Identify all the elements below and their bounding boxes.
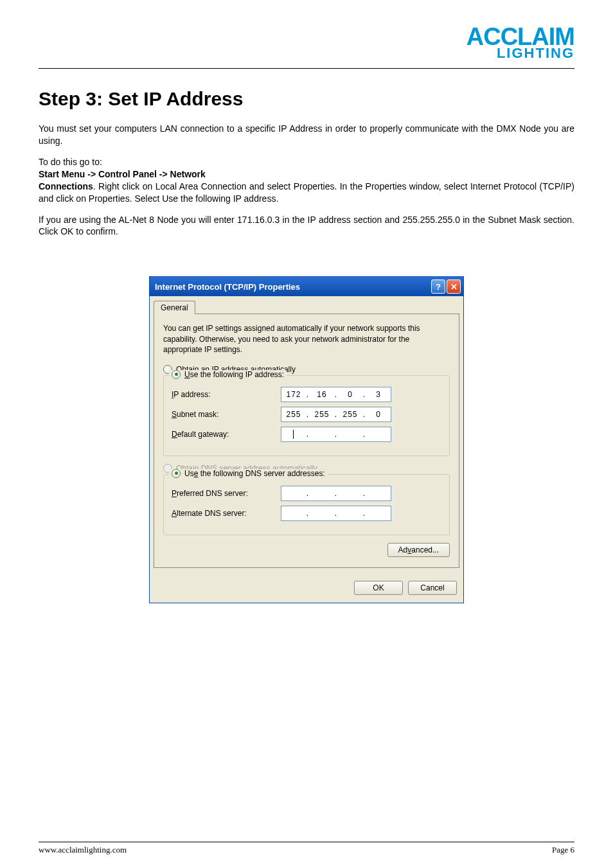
ok-button[interactable]: OK — [354, 581, 403, 595]
ip-address-group: Use the following IP address: IP address… — [163, 375, 450, 456]
radio-selected-icon[interactable] — [172, 370, 181, 379]
dot-icon: . — [306, 390, 310, 399]
ip-octet-3: 0 — [339, 390, 361, 399]
ip-octet-2: 16 — [311, 390, 333, 399]
dot-icon: . — [306, 489, 310, 498]
instructions-rest: . Right click on Local Area Connection a… — [39, 181, 574, 204]
dot-icon: . — [362, 509, 366, 518]
header-divider — [39, 68, 574, 69]
dot-icon: . — [306, 410, 310, 419]
cancel-button[interactable]: Cancel — [408, 581, 457, 595]
dialog-description: You can get IP settings assigned automat… — [163, 323, 450, 355]
gateway-octet-1 — [283, 429, 305, 439]
tcpip-properties-dialog: Internet Protocol (TCP/IP) Properties ? … — [149, 276, 464, 603]
radio-selected-icon[interactable] — [172, 469, 181, 478]
advanced-button[interactable]: Advanced... — [387, 543, 450, 557]
dot-icon: . — [362, 489, 366, 498]
intro-paragraph: You must set your computers LAN connecti… — [39, 123, 574, 147]
footer-page: Page 6 — [552, 845, 574, 855]
subnet-octet-4: 0 — [368, 410, 389, 419]
instructions-intro: To do this go to: — [39, 157, 102, 167]
close-button[interactable]: ✕ — [447, 279, 461, 294]
subnet-octet-2: 255 — [311, 410, 333, 419]
brand-logo: ACCLAIM LIGHTING — [39, 26, 574, 62]
question-icon: ? — [436, 282, 441, 292]
menu-path: Start Menu -> Control Panel -> Network — [39, 169, 206, 179]
dot-icon: . — [362, 410, 366, 419]
alternate-dns-label: Alternate DNS server: — [172, 509, 281, 518]
help-button[interactable]: ? — [431, 279, 445, 294]
dot-icon: . — [334, 509, 338, 518]
radio-use-ip-label: Use the following IP address: — [184, 370, 284, 379]
subnet-mask-label: Subnet mask: — [172, 410, 281, 419]
close-icon: ✕ — [450, 282, 458, 292]
ip-address-label: IP address: — [172, 390, 281, 399]
instructions-paragraph: To do this go to: Start Menu -> Control … — [39, 156, 574, 205]
dot-icon: . — [334, 489, 338, 498]
page-title: Step 3: Set IP Address — [39, 88, 574, 110]
radio-use-dns-label: Use the following DNS server addresses: — [184, 469, 325, 478]
tab-general[interactable]: General — [154, 301, 195, 314]
dot-icon: . — [362, 390, 366, 399]
subnet-octet-1: 255 — [283, 410, 305, 419]
note-paragraph: If you are using the AL-Net 8 Node you w… — [39, 214, 574, 238]
ip-octet-1: 172 — [283, 390, 305, 399]
preferred-dns-input[interactable]: . . . — [281, 486, 391, 501]
ip-octet-4: 3 — [368, 390, 389, 399]
dot-icon: . — [334, 390, 338, 399]
dot-icon: . — [334, 430, 338, 439]
footer-url: www.acclaimlighting.com — [39, 845, 127, 855]
dot-icon: . — [362, 430, 366, 439]
dialog-title: Internet Protocol (TCP/IP) Properties — [155, 282, 300, 292]
logo-line1: ACCLAIM — [39, 26, 574, 48]
connections-bold: Connections — [39, 181, 93, 191]
subnet-mask-input[interactable]: 255. 255. 255. 0 — [281, 407, 391, 422]
dot-icon: . — [306, 509, 310, 518]
subnet-octet-3: 255 — [339, 410, 361, 419]
alternate-dns-input[interactable]: . . . — [281, 506, 391, 521]
page-footer: www.acclaimlighting.com Page 6 — [39, 837, 574, 855]
tab-panel-general: You can get IP settings assigned automat… — [154, 314, 459, 568]
footer-divider — [39, 842, 574, 842]
ip-address-input[interactable]: 172. 16. 0. 3 — [281, 387, 391, 402]
dns-server-group: Use the following DNS server addresses: … — [163, 474, 450, 535]
dialog-titlebar[interactable]: Internet Protocol (TCP/IP) Properties ? … — [150, 277, 463, 296]
default-gateway-input[interactable]: . . . — [281, 427, 391, 442]
default-gateway-label: Default gateway: — [172, 430, 281, 439]
dot-icon: . — [334, 410, 338, 419]
dot-icon: . — [306, 430, 310, 439]
text-cursor-icon — [293, 430, 294, 439]
preferred-dns-label: Preferred DNS server: — [172, 489, 281, 498]
